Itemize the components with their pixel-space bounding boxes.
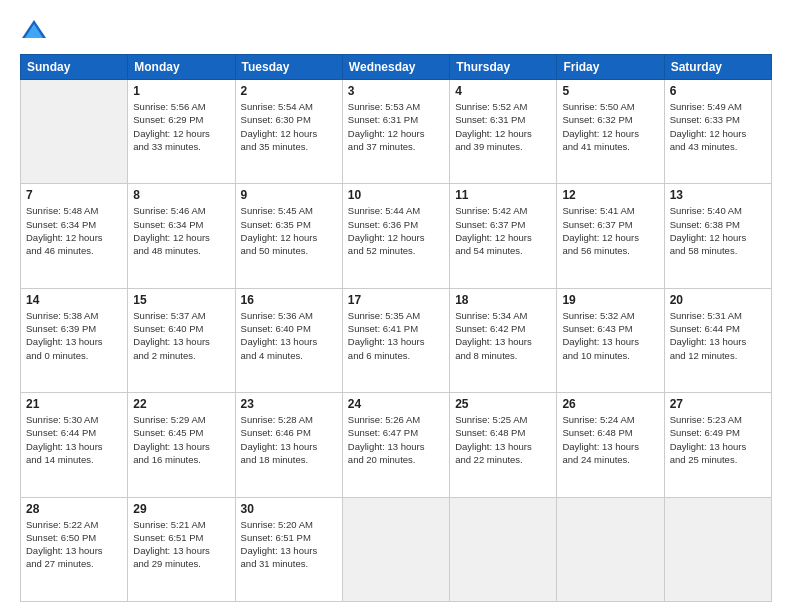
day-info: Sunrise: 5:23 AM Sunset: 6:49 PM Dayligh… [670, 413, 766, 466]
day-number: 19 [562, 293, 658, 307]
calendar-table: SundayMondayTuesdayWednesdayThursdayFrid… [20, 54, 772, 602]
weekday-friday: Friday [557, 55, 664, 80]
day-cell: 16Sunrise: 5:36 AM Sunset: 6:40 PM Dayli… [235, 288, 342, 392]
day-number: 7 [26, 188, 122, 202]
day-info: Sunrise: 5:54 AM Sunset: 6:30 PM Dayligh… [241, 100, 337, 153]
day-cell: 15Sunrise: 5:37 AM Sunset: 6:40 PM Dayli… [128, 288, 235, 392]
day-number: 12 [562, 188, 658, 202]
day-cell: 9Sunrise: 5:45 AM Sunset: 6:35 PM Daylig… [235, 184, 342, 288]
weekday-saturday: Saturday [664, 55, 771, 80]
day-cell: 1Sunrise: 5:56 AM Sunset: 6:29 PM Daylig… [128, 80, 235, 184]
day-number: 1 [133, 84, 229, 98]
day-number: 25 [455, 397, 551, 411]
day-cell: 5Sunrise: 5:50 AM Sunset: 6:32 PM Daylig… [557, 80, 664, 184]
day-number: 10 [348, 188, 444, 202]
week-row-5: 28Sunrise: 5:22 AM Sunset: 6:50 PM Dayli… [21, 497, 772, 601]
day-number: 27 [670, 397, 766, 411]
day-info: Sunrise: 5:24 AM Sunset: 6:48 PM Dayligh… [562, 413, 658, 466]
day-number: 16 [241, 293, 337, 307]
header [20, 16, 772, 44]
day-number: 18 [455, 293, 551, 307]
day-cell: 23Sunrise: 5:28 AM Sunset: 6:46 PM Dayli… [235, 393, 342, 497]
day-number: 15 [133, 293, 229, 307]
day-cell: 24Sunrise: 5:26 AM Sunset: 6:47 PM Dayli… [342, 393, 449, 497]
day-info: Sunrise: 5:35 AM Sunset: 6:41 PM Dayligh… [348, 309, 444, 362]
day-info: Sunrise: 5:22 AM Sunset: 6:50 PM Dayligh… [26, 518, 122, 571]
week-row-2: 7Sunrise: 5:48 AM Sunset: 6:34 PM Daylig… [21, 184, 772, 288]
day-number: 26 [562, 397, 658, 411]
day-cell: 7Sunrise: 5:48 AM Sunset: 6:34 PM Daylig… [21, 184, 128, 288]
day-info: Sunrise: 5:34 AM Sunset: 6:42 PM Dayligh… [455, 309, 551, 362]
day-info: Sunrise: 5:52 AM Sunset: 6:31 PM Dayligh… [455, 100, 551, 153]
weekday-thursday: Thursday [450, 55, 557, 80]
week-row-4: 21Sunrise: 5:30 AM Sunset: 6:44 PM Dayli… [21, 393, 772, 497]
day-info: Sunrise: 5:40 AM Sunset: 6:38 PM Dayligh… [670, 204, 766, 257]
day-number: 9 [241, 188, 337, 202]
day-cell: 6Sunrise: 5:49 AM Sunset: 6:33 PM Daylig… [664, 80, 771, 184]
day-cell: 21Sunrise: 5:30 AM Sunset: 6:44 PM Dayli… [21, 393, 128, 497]
day-info: Sunrise: 5:20 AM Sunset: 6:51 PM Dayligh… [241, 518, 337, 571]
day-info: Sunrise: 5:50 AM Sunset: 6:32 PM Dayligh… [562, 100, 658, 153]
day-cell: 28Sunrise: 5:22 AM Sunset: 6:50 PM Dayli… [21, 497, 128, 601]
day-cell: 3Sunrise: 5:53 AM Sunset: 6:31 PM Daylig… [342, 80, 449, 184]
day-info: Sunrise: 5:26 AM Sunset: 6:47 PM Dayligh… [348, 413, 444, 466]
weekday-header-row: SundayMondayTuesdayWednesdayThursdayFrid… [21, 55, 772, 80]
day-info: Sunrise: 5:49 AM Sunset: 6:33 PM Dayligh… [670, 100, 766, 153]
day-number: 11 [455, 188, 551, 202]
day-cell [21, 80, 128, 184]
day-number: 21 [26, 397, 122, 411]
weekday-sunday: Sunday [21, 55, 128, 80]
day-cell [557, 497, 664, 601]
day-info: Sunrise: 5:38 AM Sunset: 6:39 PM Dayligh… [26, 309, 122, 362]
day-cell: 20Sunrise: 5:31 AM Sunset: 6:44 PM Dayli… [664, 288, 771, 392]
day-number: 5 [562, 84, 658, 98]
day-info: Sunrise: 5:41 AM Sunset: 6:37 PM Dayligh… [562, 204, 658, 257]
week-row-3: 14Sunrise: 5:38 AM Sunset: 6:39 PM Dayli… [21, 288, 772, 392]
weekday-tuesday: Tuesday [235, 55, 342, 80]
day-cell: 27Sunrise: 5:23 AM Sunset: 6:49 PM Dayli… [664, 393, 771, 497]
day-info: Sunrise: 5:42 AM Sunset: 6:37 PM Dayligh… [455, 204, 551, 257]
day-number: 13 [670, 188, 766, 202]
day-cell: 25Sunrise: 5:25 AM Sunset: 6:48 PM Dayli… [450, 393, 557, 497]
day-cell: 4Sunrise: 5:52 AM Sunset: 6:31 PM Daylig… [450, 80, 557, 184]
day-cell: 12Sunrise: 5:41 AM Sunset: 6:37 PM Dayli… [557, 184, 664, 288]
day-info: Sunrise: 5:44 AM Sunset: 6:36 PM Dayligh… [348, 204, 444, 257]
day-cell: 19Sunrise: 5:32 AM Sunset: 6:43 PM Dayli… [557, 288, 664, 392]
day-number: 14 [26, 293, 122, 307]
day-cell: 14Sunrise: 5:38 AM Sunset: 6:39 PM Dayli… [21, 288, 128, 392]
day-info: Sunrise: 5:30 AM Sunset: 6:44 PM Dayligh… [26, 413, 122, 466]
day-cell: 22Sunrise: 5:29 AM Sunset: 6:45 PM Dayli… [128, 393, 235, 497]
day-cell: 11Sunrise: 5:42 AM Sunset: 6:37 PM Dayli… [450, 184, 557, 288]
day-info: Sunrise: 5:46 AM Sunset: 6:34 PM Dayligh… [133, 204, 229, 257]
day-number: 6 [670, 84, 766, 98]
day-cell: 8Sunrise: 5:46 AM Sunset: 6:34 PM Daylig… [128, 184, 235, 288]
day-info: Sunrise: 5:37 AM Sunset: 6:40 PM Dayligh… [133, 309, 229, 362]
day-cell: 13Sunrise: 5:40 AM Sunset: 6:38 PM Dayli… [664, 184, 771, 288]
day-cell: 29Sunrise: 5:21 AM Sunset: 6:51 PM Dayli… [128, 497, 235, 601]
day-info: Sunrise: 5:28 AM Sunset: 6:46 PM Dayligh… [241, 413, 337, 466]
day-cell [342, 497, 449, 601]
day-cell: 17Sunrise: 5:35 AM Sunset: 6:41 PM Dayli… [342, 288, 449, 392]
day-number: 8 [133, 188, 229, 202]
page: SundayMondayTuesdayWednesdayThursdayFrid… [0, 0, 792, 612]
day-info: Sunrise: 5:48 AM Sunset: 6:34 PM Dayligh… [26, 204, 122, 257]
day-cell: 2Sunrise: 5:54 AM Sunset: 6:30 PM Daylig… [235, 80, 342, 184]
day-number: 28 [26, 502, 122, 516]
day-number: 23 [241, 397, 337, 411]
day-cell: 30Sunrise: 5:20 AM Sunset: 6:51 PM Dayli… [235, 497, 342, 601]
day-cell: 18Sunrise: 5:34 AM Sunset: 6:42 PM Dayli… [450, 288, 557, 392]
day-number: 4 [455, 84, 551, 98]
day-number: 3 [348, 84, 444, 98]
day-info: Sunrise: 5:36 AM Sunset: 6:40 PM Dayligh… [241, 309, 337, 362]
day-info: Sunrise: 5:45 AM Sunset: 6:35 PM Dayligh… [241, 204, 337, 257]
weekday-monday: Monday [128, 55, 235, 80]
day-number: 29 [133, 502, 229, 516]
day-number: 30 [241, 502, 337, 516]
day-cell: 26Sunrise: 5:24 AM Sunset: 6:48 PM Dayli… [557, 393, 664, 497]
logo [20, 16, 52, 44]
day-info: Sunrise: 5:29 AM Sunset: 6:45 PM Dayligh… [133, 413, 229, 466]
day-cell [450, 497, 557, 601]
day-number: 2 [241, 84, 337, 98]
day-cell [664, 497, 771, 601]
day-number: 24 [348, 397, 444, 411]
